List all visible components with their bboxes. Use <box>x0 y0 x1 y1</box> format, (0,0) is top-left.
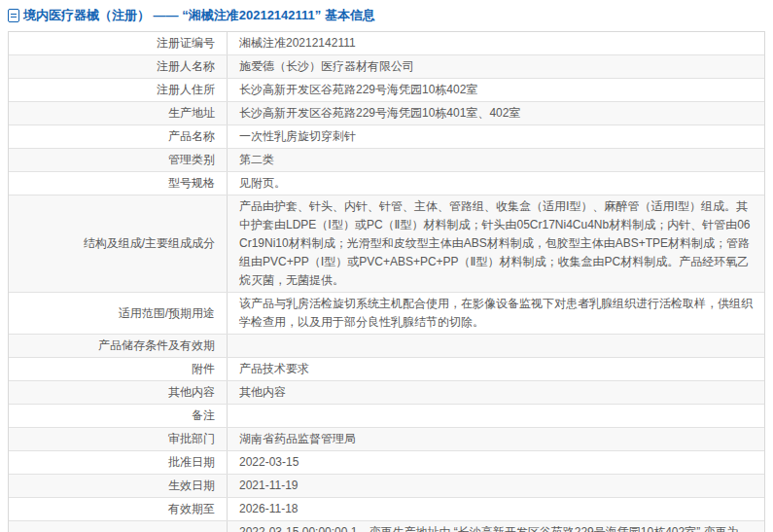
row-label: 适用范围/预期用途 <box>9 293 228 334</box>
row-value: 2022-03-15 <box>228 451 764 474</box>
table-row-approval-date: 批准日期 2022-03-15 <box>9 451 764 475</box>
table-row-remarks: 备注 <box>9 405 764 428</box>
table-row-production-address: 生产地址 长沙高新开发区谷苑路229号海凭园10栋401室、402室 <box>9 102 764 125</box>
document-icon <box>8 9 19 22</box>
row-value: 见附页。 <box>228 172 764 195</box>
row-label: 注册证编号 <box>9 32 228 54</box>
table-row-effective-date: 生效日期 2021-11-19 <box>9 475 764 498</box>
registration-info-table: 注册证编号 湘械注准20212142111 注册人名称 施爱德（长沙）医疗器材有… <box>8 31 765 532</box>
row-label: 生产地址 <box>9 102 228 124</box>
row-label: 有效期至 <box>9 498 228 520</box>
table-row-registrant-address: 注册人住所 长沙高新开发区谷苑路229号海凭园10栋402室 <box>9 79 764 102</box>
row-label: 管理类别 <box>9 149 228 171</box>
row-label: 型号规格 <box>9 172 228 195</box>
table-row-model-spec: 型号规格 见附页。 <box>9 172 764 195</box>
row-value: 施爱德（长沙）医疗器材有限公司 <box>228 55 764 78</box>
row-label: 备注 <box>9 405 228 427</box>
row-value: 2021-11-19 <box>228 475 764 497</box>
table-row-expiry-date: 有效期至 2026-11-18 <box>9 498 764 521</box>
row-value: 一次性乳房旋切穿刺针 <box>228 125 764 148</box>
table-row-approval-department: 审批部门 湖南省药品监督管理局 <box>9 428 764 451</box>
table-row-change-info: 变更情况 2022-03-15 00:00:00 1、变更生产地址由 “长沙高新… <box>9 521 764 532</box>
row-label: 附件 <box>9 358 228 380</box>
row-label: 注册人名称 <box>9 55 228 78</box>
row-value: 2026-11-18 <box>228 498 764 520</box>
row-value: 产品由护套、针头、内针、针管、主体、管路组、收集盒（适用Ⅰ型）、麻醉管（适用Ⅰ型… <box>228 195 764 292</box>
table-row-certificate-number: 注册证编号 湘械注准20212142111 <box>9 32 764 55</box>
table-row-other-content: 其他内容 其他内容 <box>9 381 764 405</box>
registration-info-page: 境内医疗器械（注册） —— “湘械注准20212142111” 基本信息 注册证… <box>0 0 773 532</box>
table-row-structure-composition: 结构及组成/主要组成成分 产品由护套、针头、内针、针管、主体、管路组、收集盒（适… <box>9 195 764 293</box>
table-row-registrant-name: 注册人名称 施爱德（长沙）医疗器材有限公司 <box>9 55 764 79</box>
table-row-attachment: 附件 产品技术要求 <box>9 358 764 381</box>
row-value <box>228 414 764 418</box>
row-label: 生效日期 <box>9 475 228 497</box>
page-header: 境内医疗器械（注册） —— “湘械注准20212142111” 基本信息 <box>8 5 765 26</box>
row-value <box>228 344 764 348</box>
row-label: 产品名称 <box>9 125 228 148</box>
row-label: 注册人住所 <box>9 79 228 101</box>
row-value: 产品技术要求 <box>228 358 764 380</box>
row-label: 其他内容 <box>9 381 228 404</box>
row-value: 湘械注准20212142111 <box>228 32 764 54</box>
row-value: 第二类 <box>228 149 764 171</box>
table-row-management-category: 管理类别 第二类 <box>9 149 764 172</box>
row-label: 批准日期 <box>9 451 228 474</box>
row-value: 长沙高新开发区谷苑路229号海凭园10栋401室、402室 <box>228 102 764 124</box>
row-value: 其他内容 <box>228 381 764 404</box>
page-title: 境内医疗器械（注册） —— “湘械注准20212142111” 基本信息 <box>23 7 375 24</box>
row-value: 长沙高新开发区谷苑路229号海凭园10栋402室 <box>228 79 764 101</box>
row-label: 结构及组成/主要组成成分 <box>9 195 228 292</box>
row-label: 变更情况 <box>9 521 228 532</box>
row-value: 湖南省药品监督管理局 <box>228 428 764 450</box>
table-row-product-name: 产品名称 一次性乳房旋切穿刺针 <box>9 125 764 149</box>
table-row-intended-use: 适用范围/预期用途 该产品与乳房活检旋切系统主机配合使用，在影像设备监视下对患者… <box>9 293 764 335</box>
row-label: 产品储存条件及有效期 <box>9 335 228 357</box>
row-value: 2022-03-15 00:00:00 1、变更生产地址由 “长沙高新开发区谷苑… <box>228 521 764 532</box>
table-row-storage-conditions: 产品储存条件及有效期 <box>9 335 764 358</box>
row-label: 审批部门 <box>9 428 228 450</box>
row-value: 该产品与乳房活检旋切系统主机配合使用，在影像设备监视下对患者乳腺组织进行活检取样… <box>228 293 764 334</box>
